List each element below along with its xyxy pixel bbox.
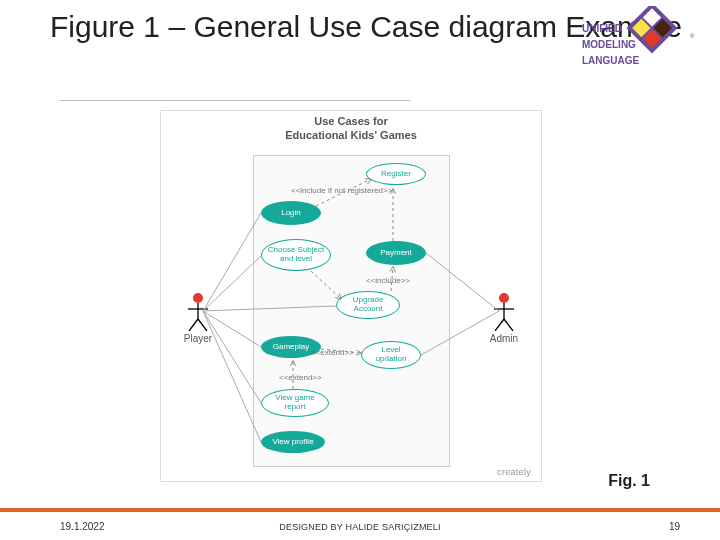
- logo-line3: LANGUAGE: [582, 55, 640, 66]
- slide-footer: 19.1.2022 DESIGNED BY HALIDE SARIÇIZMELI…: [0, 512, 720, 540]
- usecase-diagram: Use Cases for Educational Kids' Games Pl…: [160, 110, 542, 482]
- title-underline: [60, 100, 410, 101]
- logo-line2: MODELING: [582, 39, 636, 50]
- svg-line-10: [198, 319, 207, 331]
- svg-point-11: [499, 293, 509, 303]
- stereotype-extend-1: <<extend>>: [311, 348, 354, 357]
- actor-player-label: Player: [173, 333, 223, 344]
- usecase-choose: Choose Subject and level: [261, 239, 331, 271]
- usecase-upgrade: Upgrade Account: [336, 291, 400, 319]
- creately-watermark: creately: [497, 467, 531, 477]
- usecase-report: View game report: [261, 389, 329, 417]
- svg-line-9: [189, 319, 198, 331]
- logo-line1: UNIFIED: [582, 23, 622, 34]
- figure-caption: Fig. 1: [608, 472, 650, 490]
- footer-page: 19: [669, 521, 680, 532]
- usecase-payment: Payment: [366, 241, 426, 265]
- actor-player: Player: [173, 291, 223, 344]
- uml-logo: UNIFIED MODELING LANGUAGE ®: [582, 6, 702, 86]
- stereotype-include: <<include>>: [366, 276, 410, 285]
- diagram-title: Use Cases for Educational Kids' Games: [161, 115, 541, 143]
- actor-admin: Admin: [479, 291, 529, 344]
- usecase-level: Level updation: [361, 341, 421, 369]
- stereotype-include-not-registered: <<include if not registered>>: [291, 186, 392, 195]
- usecase-register: Register: [366, 163, 426, 185]
- footer-author: DESIGNED BY HALIDE SARIÇIZMELI: [0, 522, 720, 532]
- usecase-profile: View profile: [261, 431, 325, 453]
- usecase-login: Login: [261, 201, 321, 225]
- stereotype-extend-2: <<extend>>: [279, 373, 322, 382]
- actor-admin-label: Admin: [479, 333, 529, 344]
- svg-line-14: [495, 319, 504, 331]
- svg-line-15: [504, 319, 513, 331]
- svg-text:®: ®: [690, 33, 695, 39]
- svg-point-6: [193, 293, 203, 303]
